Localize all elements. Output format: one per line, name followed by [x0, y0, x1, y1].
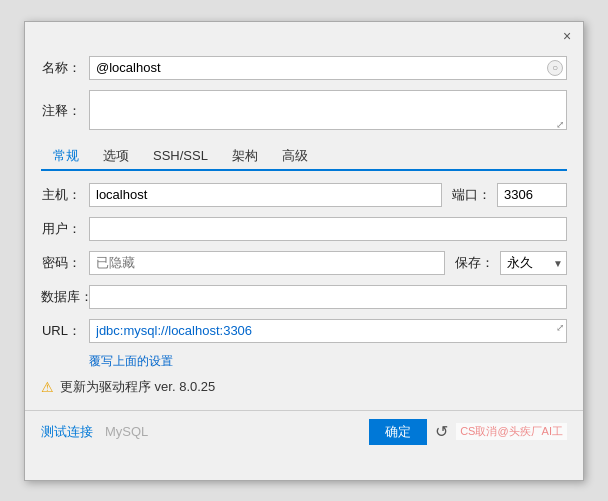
warning-text: 更新为驱动程序 ver. 8.0.25: [60, 378, 215, 396]
close-button[interactable]: ×: [557, 26, 577, 46]
warning-icon: ⚠: [41, 379, 54, 395]
password-part: 密码：: [41, 251, 445, 275]
note-wrapper: ⤢: [89, 90, 567, 133]
tab-options[interactable]: 选项: [91, 143, 141, 169]
url-wrapper: ⤢: [89, 319, 567, 343]
test-connection-link[interactable]: 测试连接: [41, 423, 93, 441]
connection-dialog: × 名称： ○ 注释： ⤢ 常规 选项 SSH/SSL 架构 高级: [24, 21, 584, 481]
name-row: 名称： ○: [41, 56, 567, 80]
url-expand-icon[interactable]: ⤢: [556, 322, 564, 333]
footer: 测试连接 MySQL 确定 ↺ CS取消@头疾厂AI工: [25, 410, 583, 453]
footer-left: 测试连接 MySQL: [41, 423, 148, 441]
mysql-label: MySQL: [105, 424, 148, 439]
port-label: 端口：: [452, 186, 491, 204]
host-part: 主机：: [41, 183, 442, 207]
host-port-row: 主机： 端口：: [41, 183, 567, 207]
database-label: 数据库：: [41, 288, 81, 306]
expand-icon[interactable]: ⤢: [556, 119, 564, 130]
user-row: 用户：: [41, 217, 567, 241]
name-input[interactable]: [89, 56, 567, 80]
name-wrapper: ○: [89, 56, 567, 80]
url-label: URL：: [41, 322, 81, 340]
tab-general[interactable]: 常规: [41, 143, 91, 171]
port-input[interactable]: [497, 183, 567, 207]
footer-right: 确定 ↺ CS取消@头疾厂AI工: [369, 419, 567, 445]
tab-schema[interactable]: 架构: [220, 143, 270, 169]
password-row: 密码： 保存： 永久 会话 不保存 ▼: [41, 251, 567, 275]
host-input[interactable]: [89, 183, 442, 207]
tabs-bar: 常规 选项 SSH/SSL 架构 高级: [41, 143, 567, 171]
note-row: 注释： ⤢: [41, 90, 567, 133]
url-row: URL： ⤢: [41, 319, 567, 343]
password-label: 密码：: [41, 254, 81, 272]
note-input[interactable]: [89, 90, 567, 130]
save-part: 保存： 永久 会话 不保存 ▼: [455, 251, 567, 275]
note-label: 注释：: [41, 102, 81, 120]
title-bar: ×: [25, 22, 583, 50]
database-input[interactable]: [89, 285, 567, 309]
name-clear-button[interactable]: ○: [547, 60, 563, 76]
tab-sshssl[interactable]: SSH/SSL: [141, 143, 220, 169]
override-link[interactable]: 覆写上面的设置: [89, 353, 567, 370]
host-label: 主机：: [41, 186, 81, 204]
save-label: 保存：: [455, 254, 494, 272]
tab-content: 主机： 端口： 用户： 密码： 保存： 永久: [25, 171, 583, 406]
user-input[interactable]: [89, 217, 567, 241]
port-part: 端口：: [452, 183, 567, 207]
reset-icon[interactable]: ↺: [435, 422, 448, 441]
watermark: CS取消@头疾厂AI工: [456, 423, 567, 440]
database-row: 数据库：: [41, 285, 567, 309]
form-area: 名称： ○ 注释： ⤢: [25, 50, 583, 133]
save-select-wrapper: 永久 会话 不保存 ▼: [500, 251, 567, 275]
confirm-button[interactable]: 确定: [369, 419, 427, 445]
user-label: 用户：: [41, 220, 81, 238]
tab-advanced[interactable]: 高级: [270, 143, 320, 169]
url-input[interactable]: [89, 319, 567, 343]
save-select[interactable]: 永久 会话 不保存: [500, 251, 567, 275]
password-input[interactable]: [89, 251, 445, 275]
warning-row: ⚠ 更新为驱动程序 ver. 8.0.25: [41, 378, 567, 396]
name-label: 名称：: [41, 59, 81, 77]
